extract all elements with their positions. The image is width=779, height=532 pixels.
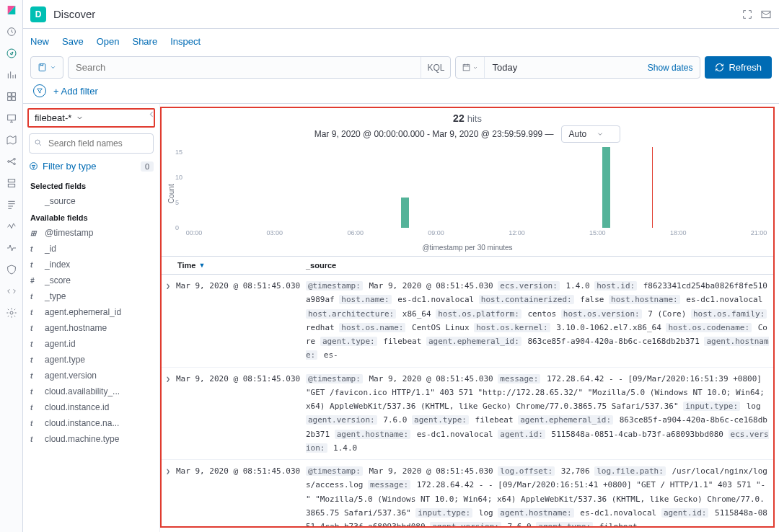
histogram-chart[interactable]: 05101500:0003:0006:0009:0012:0015:0018:0… <box>175 147 759 241</box>
field-item[interactable]: tagent.type <box>23 352 159 368</box>
field-item[interactable]: #_score <box>23 272 159 288</box>
svg-point-9 <box>13 163 15 165</box>
field-type-icon: t <box>30 245 39 253</box>
svg-rect-5 <box>12 97 15 101</box>
collapse-sidebar-icon[interactable] <box>147 110 157 119</box>
field-type-icon: t <box>30 293 39 301</box>
logs-icon[interactable] <box>6 199 17 210</box>
svg-rect-11 <box>8 184 14 187</box>
row-timestamp: Mar 9, 2020 @ 08:51:45.030 <box>175 464 306 526</box>
field-item[interactable]: tcloud.machine.type <box>23 431 159 447</box>
field-name: agent.id <box>45 339 76 349</box>
chart-cursor <box>652 147 653 228</box>
field-item[interactable]: tcloud.instance.na... <box>23 415 159 431</box>
new-link[interactable]: New <box>30 36 49 47</box>
ml-icon[interactable] <box>6 156 17 167</box>
open-link[interactable]: Open <box>97 36 120 47</box>
svg-point-1 <box>7 49 16 58</box>
time-column-header[interactable]: Time▼ <box>175 261 306 270</box>
add-filter-link[interactable]: + Add filter <box>53 86 98 97</box>
kibana-logo-icon[interactable] <box>6 4 17 16</box>
field-item[interactable]: tagent.version <box>23 368 159 384</box>
field-item[interactable]: tagent.id <box>23 336 159 352</box>
time-range-display: Mar 9, 2020 @ 00:00:00.000 - Mar 9, 2020… <box>162 125 773 147</box>
field-item[interactable]: tcloud.instance.id <box>23 399 159 415</box>
fullscreen-icon[interactable] <box>741 9 753 20</box>
dev-icon[interactable] <box>6 285 17 297</box>
show-dates-link[interactable]: Show dates <box>641 63 700 73</box>
field-type-icon: t <box>30 388 39 396</box>
svg-rect-10 <box>8 179 14 182</box>
siem-icon[interactable] <box>6 264 17 275</box>
field-item[interactable]: t_type <box>23 288 159 304</box>
field-type-icon: t <box>30 356 39 364</box>
date-picker[interactable]: Today Show dates <box>455 56 700 79</box>
kql-toggle[interactable]: KQL <box>421 57 450 78</box>
canvas-icon[interactable] <box>6 112 17 124</box>
table-row: ❯Mar 9, 2020 @ 08:51:45.030@timestamp: M… <box>162 275 773 368</box>
infra-icon[interactable] <box>6 177 17 189</box>
field-item[interactable]: t_index <box>23 257 159 272</box>
field-item[interactable]: tcloud.availability_... <box>23 384 159 399</box>
field-name: agent.type <box>45 355 85 365</box>
maps-icon[interactable] <box>6 134 17 146</box>
bar-chart-icon[interactable] <box>6 69 17 81</box>
hit-count: 22hits <box>162 108 773 125</box>
clock-icon[interactable] <box>6 26 17 37</box>
interval-select[interactable]: Auto <box>561 125 621 143</box>
svg-rect-3 <box>12 93 15 97</box>
query-bar: KQL Today Show dates Refresh <box>23 53 779 83</box>
expand-row-icon[interactable]: ❯ <box>162 464 175 526</box>
grid-icon[interactable] <box>6 91 17 102</box>
filter-by-type[interactable]: Filter by type 0 <box>29 161 154 172</box>
field-name: cloud.availability_... <box>45 386 120 396</box>
refresh-button[interactable]: Refresh <box>705 56 772 79</box>
row-source: @timestamp: Mar 9, 2020 @ 08:51:45.030 m… <box>306 372 769 456</box>
field-type-icon: t <box>30 309 39 316</box>
field-name: agent.ephemeral_id <box>45 307 121 317</box>
search-input[interactable] <box>69 57 421 78</box>
index-pattern-selector[interactable]: filebeat-* <box>27 108 155 128</box>
field-item[interactable]: _source <box>23 193 159 209</box>
mail-icon[interactable] <box>760 9 772 20</box>
results-table-header: Time▼ _source <box>162 256 773 275</box>
field-type-icon: t <box>30 404 39 412</box>
calendar-icon <box>456 57 485 78</box>
fields-sidebar: filebeat-* Filter by type 0 Selected fie… <box>23 104 160 532</box>
inspect-link[interactable]: Inspect <box>170 36 201 47</box>
field-item[interactable]: t_id <box>23 241 159 257</box>
field-name: _type <box>45 291 66 301</box>
svg-rect-2 <box>7 93 11 97</box>
field-search-input[interactable] <box>29 133 154 154</box>
field-item[interactable]: ⊞@timestamp <box>23 225 159 241</box>
expand-row-icon[interactable]: ❯ <box>162 279 175 363</box>
compass-icon[interactable] <box>6 48 17 59</box>
histogram-bar[interactable] <box>602 147 610 228</box>
expand-row-icon[interactable]: ❯ <box>162 372 175 456</box>
gear-icon[interactable] <box>6 307 17 319</box>
row-source: @timestamp: Mar 9, 2020 @ 08:51:45.030 e… <box>306 279 769 363</box>
action-toolbar: New Save Open Share Inspect <box>23 29 779 53</box>
field-type-icon: ⊞ <box>30 229 39 237</box>
filter-menu-icon[interactable] <box>33 84 46 97</box>
field-type-icon: t <box>30 435 39 443</box>
field-type-icon: t <box>30 340 39 348</box>
svg-rect-14 <box>39 64 45 71</box>
row-timestamp: Mar 9, 2020 @ 08:51:45.030 <box>175 279 306 363</box>
app-badge: D <box>30 6 46 22</box>
svg-rect-13 <box>762 11 770 17</box>
field-name: cloud.instance.na... <box>45 418 119 428</box>
save-link[interactable]: Save <box>62 36 84 47</box>
chart-xlabel: @timestamp per 30 minutes <box>162 242 773 256</box>
apm-icon[interactable] <box>6 221 17 232</box>
uptime-icon[interactable] <box>6 242 17 254</box>
field-item[interactable]: tagent.hostname <box>23 320 159 336</box>
source-column-header[interactable]: _source <box>306 261 773 270</box>
svg-point-17 <box>30 163 38 170</box>
field-item[interactable]: tagent.ephemeral_id <box>23 304 159 320</box>
field-type-icon: t <box>30 261 39 269</box>
share-link[interactable]: Share <box>132 36 157 47</box>
histogram-bar[interactable] <box>401 198 409 228</box>
saved-query-button[interactable] <box>30 56 63 79</box>
field-type-icon: t <box>30 372 39 380</box>
